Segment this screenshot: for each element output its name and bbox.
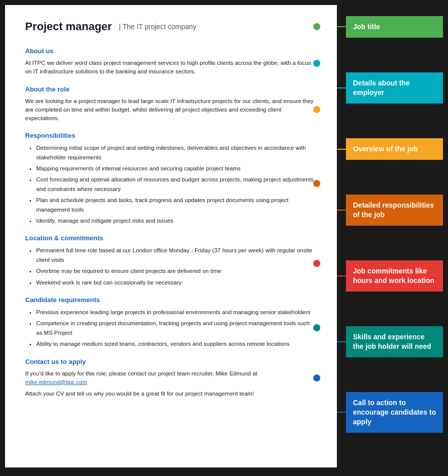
list-item: Competence in creating project documenta…	[36, 319, 317, 337]
ann-line-commitments	[337, 275, 346, 276]
contact-text2: Attach your CV and tell us why you would…	[25, 390, 317, 398]
connector-dot-jobtitle	[313, 23, 320, 30]
job-title-section: Project manager | The IT project company	[25, 20, 317, 33]
spacer6	[337, 358, 443, 392]
list-item: Ability to manage medium sized teams, co…	[36, 339, 317, 348]
connector-dot-resp	[313, 180, 320, 187]
job-title: Project manager	[25, 20, 112, 33]
ann-employer: Details about the employer	[337, 72, 443, 104]
candidate-heading: Candidate requirements	[25, 296, 317, 304]
connector-dot-skills	[313, 324, 320, 331]
list-item: Weekend work is rare but can occasionall…	[36, 278, 317, 287]
contact-text1: If you'd like to apply for this role, pl…	[25, 369, 317, 387]
spacer1	[337, 39, 443, 72]
list-item: Previous experience leading large projec…	[36, 308, 317, 317]
responsibilities-section: Responsibilities Determining initial sco…	[25, 132, 317, 225]
candidate-section: Candidate requirements Previous experien…	[25, 296, 317, 349]
ann-box-employer: Details about the employer	[346, 72, 443, 104]
ann-line-cta	[337, 412, 346, 413]
about-us-heading: About us	[25, 47, 317, 55]
spacer5	[337, 293, 443, 326]
list-item: Identify, manage and mitigate project ri…	[36, 216, 317, 225]
connector-dot-location	[313, 260, 320, 267]
location-list: Permanent full time role based at our Lo…	[25, 246, 317, 287]
page-wrapper: Project manager | The IT project company…	[5, 5, 443, 467]
connector-dot-employer	[313, 60, 320, 67]
ann-line-jobtitle	[337, 26, 346, 27]
ann-box-jobtitle: Job title	[346, 16, 443, 38]
list-item: Determining initial scope of project and…	[36, 143, 317, 162]
company-name: | The IT project company	[119, 23, 196, 31]
location-section: Location & commitments Permanent full ti…	[25, 234, 317, 287]
about-role-heading: About the role	[25, 85, 317, 93]
separator: |	[119, 23, 121, 31]
about-us-text: At ITPC we deliver word class project ma…	[25, 59, 317, 76]
ann-box-commitments: Job commitments like hours and work loca…	[346, 260, 443, 292]
ann-box-cta: Call to action to encourage candidates t…	[346, 392, 443, 433]
spacer3	[337, 161, 443, 195]
list-item: Permanent full time role based at our Lo…	[36, 246, 317, 264]
about-role-section: About the role We are looking for a proj…	[25, 85, 317, 123]
contact-section: Contact us to apply If you'd like to app…	[25, 358, 317, 399]
connector-dot-cta	[313, 374, 320, 382]
responsibilities-heading: Responsibilities	[25, 132, 317, 139]
ann-cta: Call to action to encourage candidates t…	[337, 392, 443, 433]
spacer7	[337, 434, 443, 467]
annotation-panel: Job title Details about the employer Ove…	[337, 5, 443, 467]
ann-line-overview	[337, 149, 346, 150]
document-panel: Project manager | The IT project company…	[5, 5, 337, 467]
list-item: Overtime may be required to ensure clien…	[36, 266, 317, 275]
ann-box-skills: Skills and experience the job holder wil…	[346, 326, 443, 357]
ann-line-employer	[337, 87, 346, 88]
candidate-list: Previous experience leading large projec…	[25, 308, 317, 349]
contact-heading: Contact us to apply	[25, 358, 317, 365]
ann-jobtitle: Job title	[337, 16, 443, 38]
connector-dot-overview	[313, 106, 320, 113]
spacer4	[337, 227, 443, 260]
list-item: Mapping requirements of internal resourc…	[36, 164, 317, 173]
ann-overview: Overview of the job	[337, 138, 443, 160]
about-us-section: About us At ITPC we deliver word class p…	[25, 47, 317, 76]
ann-line-responsibilities	[337, 210, 346, 211]
ann-responsibilities: Detailed responsibilities of the job	[337, 195, 443, 226]
about-role-text: We are looking for a project manager to …	[25, 97, 317, 123]
list-item: Plan and schedule projects and tasks, tr…	[36, 196, 317, 214]
ann-line-skills	[337, 341, 346, 342]
ann-box-responsibilities: Detailed responsibilities of the job	[346, 195, 443, 226]
responsibilities-list: Determining initial scope of project and…	[25, 143, 317, 225]
contact-email-link[interactable]: mike.edmund@itpc.com	[25, 379, 87, 385]
ann-commitments: Job commitments like hours and work loca…	[337, 260, 443, 292]
ann-box-overview: Overview of the job	[346, 138, 443, 160]
spacer2	[337, 105, 443, 138]
document-content: Project manager | The IT project company…	[5, 5, 337, 467]
location-heading: Location & commitments	[25, 234, 317, 242]
list-item: Cost forecasting and optimal allocation …	[36, 175, 317, 194]
ann-skills: Skills and experience the job holder wil…	[337, 326, 443, 357]
